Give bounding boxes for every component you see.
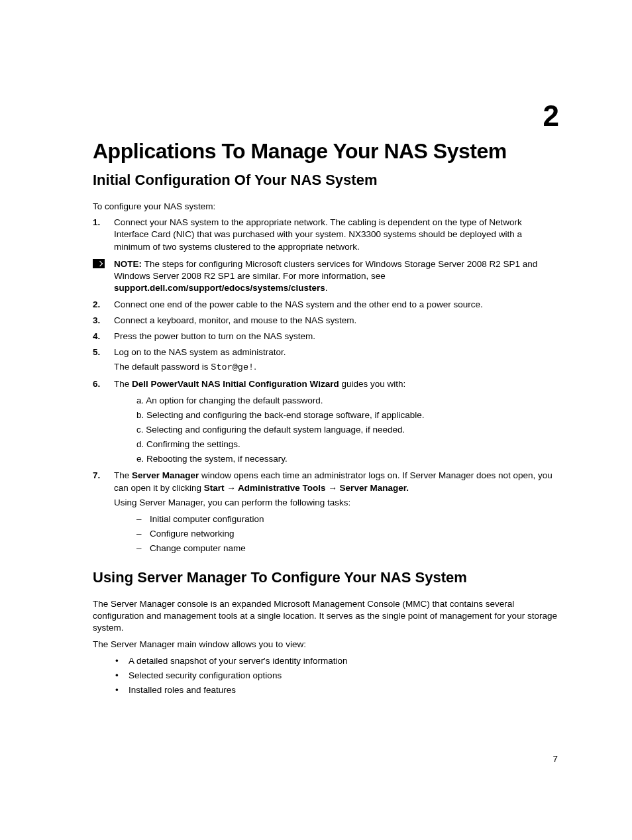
step-6-post: guides you with: <box>339 379 406 389</box>
step-6e: e. Rebooting the system, if necessary. <box>136 452 559 466</box>
page-title: Applications To Manage Your NAS System <box>93 139 559 164</box>
step-2: Connect one end of the power cable to th… <box>93 299 559 311</box>
intro-paragraph: To configure your NAS system: <box>93 201 559 213</box>
note-icon <box>93 259 105 268</box>
step-6-sublist: a. An option for changing the default pa… <box>114 394 559 466</box>
step-4: Press the power button to turn on the NA… <box>93 331 559 342</box>
config-steps-list: Connect your NAS system to the appropria… <box>93 217 559 556</box>
step-5b-post: . <box>254 362 256 372</box>
task-configure-networking: Configure networking <box>136 527 559 541</box>
server-manager-para1: The Server Manager console is an expande… <box>93 598 559 635</box>
note-link: support.dell.com/support/edocs/systems/c… <box>114 283 325 293</box>
server-manager-para2: The Server Manager main window allows yo… <box>93 639 559 651</box>
step-7-path: Start → Administrative Tools → Server Ma… <box>204 483 409 493</box>
step-6-wizard-name: Dell PowerVault NAS Initial Configuratio… <box>132 379 339 389</box>
step-3: Connect a keyboard, monitor, and mouse t… <box>93 315 559 327</box>
task-change-name: Change computer name <box>136 542 559 556</box>
step-5-text: Log on to the NAS system as administrato… <box>114 347 286 357</box>
view-roles: Installed roles and features <box>115 684 559 698</box>
document-page: 2 Applications To Manage Your NAS System… <box>0 0 632 840</box>
section-heading-initial-config: Initial Configuration Of Your NAS System <box>93 172 559 189</box>
step-5: Log on to the NAS system as administrato… <box>93 346 559 374</box>
step-5-password-line: The default password is Stor@ge!. <box>114 361 559 374</box>
chapter-number: 2 <box>543 99 559 132</box>
step-6d: d. Confirming the settings. <box>136 438 559 452</box>
task-initial-config: Initial computer configuration <box>136 513 559 527</box>
section-heading-server-manager: Using Server Manager To Configure Your N… <box>93 569 559 586</box>
step-6a: a. An option for changing the default pa… <box>136 394 559 408</box>
step-7-server-manager: Server Manager <box>132 470 199 480</box>
step-6b: b. Selecting and configuring the back-en… <box>136 409 559 423</box>
step-1-text: Connect your NAS system to the appropria… <box>114 217 522 251</box>
note-label: NOTE: <box>114 259 144 269</box>
step-5b-pre: The default password is <box>114 362 211 372</box>
note-block: NOTE: The steps for configuring Microsof… <box>93 258 559 295</box>
step-7: The Server Manager window opens each tim… <box>93 470 559 555</box>
note-period: . <box>325 283 328 293</box>
step-1: Connect your NAS system to the appropria… <box>93 217 559 294</box>
step-6-pre: The <box>114 379 132 389</box>
step-7-tasks-list: Initial computer configuration Configure… <box>114 513 559 556</box>
step-7-pre: The <box>114 470 132 480</box>
step-6: The Dell PowerVault NAS Initial Configur… <box>93 378 559 466</box>
step-7-line2: Using Server Manager, you can perform th… <box>114 497 559 509</box>
default-password: Stor@ge! <box>211 362 254 372</box>
page-number: 7 <box>553 754 558 764</box>
note-text: The steps for configuring Microsoft clus… <box>114 259 537 281</box>
server-manager-view-list: A detailed snapshot of your server's ide… <box>93 655 559 698</box>
step-6c: c. Selecting and configuring the default… <box>136 423 559 437</box>
view-security: Selected security configuration options <box>115 669 559 683</box>
view-identity: A detailed snapshot of your server's ide… <box>115 655 559 668</box>
